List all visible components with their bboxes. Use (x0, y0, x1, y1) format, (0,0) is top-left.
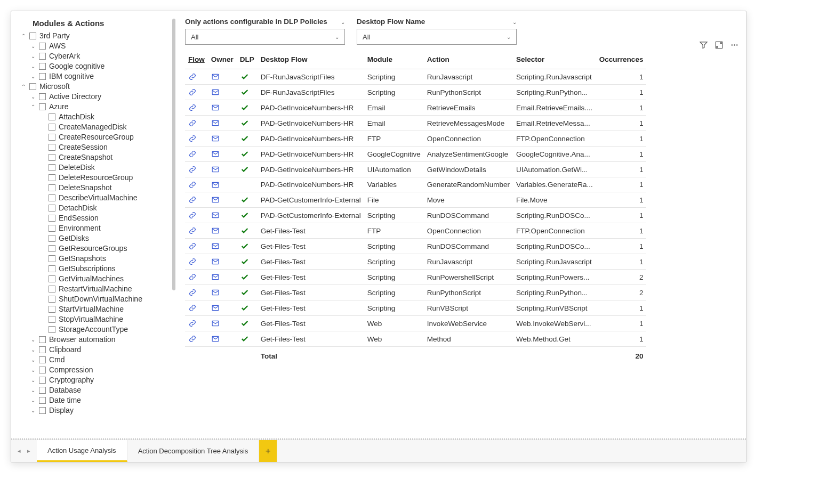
tree-node[interactable]: ⌄Google cognitive (18, 61, 172, 71)
table-row[interactable]: PAD-GetCustomerInfo-ExternalFileMoveFile… (185, 192, 646, 208)
checkbox[interactable] (39, 367, 46, 373)
tree-node[interactable]: RestartVirtualMachine (18, 284, 172, 294)
checkbox[interactable] (39, 43, 46, 50)
chevron-down-icon[interactable]: ⌄ (29, 407, 37, 414)
flow-link-icon[interactable] (185, 177, 208, 192)
checkbox[interactable] (49, 306, 55, 313)
owner-mail-icon[interactable] (208, 270, 237, 285)
table-row[interactable]: Get-Files-TestFTPOpenConnectionFTP.OpenC… (185, 223, 646, 239)
tree-node[interactable]: DeleteDisk (18, 162, 172, 173)
checkbox[interactable] (49, 113, 55, 120)
table-row[interactable]: Get-Files-TestScriptingRunJavascriptScri… (185, 254, 646, 270)
more-options-icon[interactable] (730, 41, 738, 49)
checkbox[interactable] (49, 326, 55, 333)
table-row[interactable]: Get-Files-TestWebInvokeWebServiceWeb.Inv… (185, 316, 646, 331)
tree-node[interactable]: CreateResourceGroup (18, 132, 172, 142)
filter-flowname-select[interactable]: All ⌄ (357, 29, 517, 45)
checkbox[interactable] (39, 63, 46, 70)
module-tree[interactable]: ⌃3rd Party⌄AWS⌄CyberArk⌄Google cognitive… (18, 31, 172, 416)
tree-node[interactable]: ⌄AWS (18, 41, 172, 51)
tree-node[interactable]: ⌄Date time (18, 395, 172, 405)
col-occurrences[interactable]: Occurrences (596, 51, 647, 69)
flow-link-icon[interactable] (185, 192, 208, 208)
col-flow[interactable]: Flow (185, 51, 208, 69)
owner-mail-icon[interactable] (208, 285, 237, 300)
tree-node[interactable]: Environment (18, 223, 172, 233)
checkbox[interactable] (49, 296, 55, 303)
col-desktop[interactable]: Desktop Flow (258, 51, 364, 69)
owner-mail-icon[interactable] (208, 254, 237, 270)
tree-node[interactable]: StopVirtualMachine (18, 314, 172, 324)
checkbox[interactable] (39, 103, 46, 110)
tree-node[interactable]: GetSnapshots (18, 254, 172, 264)
tree-node[interactable]: ⌄CyberArk (18, 51, 172, 61)
tab-add-button[interactable]: + (259, 440, 277, 462)
chevron-down-icon[interactable]: ⌄ (512, 19, 517, 25)
col-dlp[interactable]: DLP (237, 51, 258, 69)
tree-node[interactable]: DescribeVirtualMachine (18, 193, 172, 203)
flow-link-icon[interactable] (185, 331, 208, 347)
flow-link-icon[interactable] (185, 316, 208, 331)
checkbox[interactable] (39, 346, 46, 353)
checkbox[interactable] (49, 265, 55, 272)
owner-mail-icon[interactable] (208, 116, 237, 131)
checkbox[interactable] (49, 124, 55, 131)
checkbox[interactable] (49, 215, 55, 222)
tree-node[interactable]: AttachDisk (18, 112, 172, 122)
flow-link-icon[interactable] (185, 239, 208, 254)
flow-link-icon[interactable] (185, 208, 208, 223)
chevron-down-icon[interactable]: ⌄ (29, 387, 37, 394)
table-row[interactable]: PAD-GetInvoiceNumbers-HRVariablesGenerat… (185, 177, 646, 192)
flow-link-icon[interactable] (185, 300, 208, 316)
flow-link-icon[interactable] (185, 131, 208, 147)
tab-next-icon[interactable]: ▸ (24, 448, 34, 454)
checkbox[interactable] (49, 174, 55, 181)
checkbox[interactable] (39, 387, 46, 394)
tree-node[interactable]: DetachDisk (18, 203, 172, 213)
owner-mail-icon[interactable] (208, 239, 237, 254)
col-owner[interactable]: Owner (208, 51, 237, 69)
owner-mail-icon[interactable] (208, 331, 237, 347)
checkbox[interactable] (39, 93, 46, 100)
checkbox[interactable] (49, 245, 55, 252)
owner-mail-icon[interactable] (208, 192, 237, 208)
owner-mail-icon[interactable] (208, 85, 237, 100)
table-row[interactable]: DF-RunJavaScriptFilesScriptingRunPythonS… (185, 85, 646, 100)
chevron-down-icon[interactable]: ⌄ (29, 73, 37, 80)
chevron-down-icon[interactable]: ⌄ (29, 43, 37, 50)
tree-node[interactable]: CreateManagedDisk (18, 122, 172, 132)
tree-node[interactable]: ⌄Clipboard (18, 345, 172, 355)
tree-node[interactable]: ShutDownVirtualMachine (18, 294, 172, 304)
checkbox[interactable] (49, 286, 55, 292)
table-row[interactable]: Get-Files-TestWebMethodWeb.Method.Get1 (185, 331, 646, 347)
tree-node[interactable]: ⌄Browser automation (18, 335, 172, 345)
table-row[interactable]: PAD-GetInvoiceNumbers-HRUIAutomationGetW… (185, 162, 646, 177)
tree-node[interactable]: CreateSnapshot (18, 152, 172, 162)
chevron-up-icon[interactable]: ⌃ (20, 83, 27, 91)
flow-link-icon[interactable] (185, 69, 208, 85)
tree-node[interactable]: ⌄Cryptography (18, 375, 172, 385)
tree-node[interactable]: CreateSession (18, 142, 172, 152)
tree-node[interactable]: ⌄Active Directory (18, 92, 172, 102)
tab-prev-icon[interactable]: ◂ (14, 448, 24, 454)
tree-node[interactable]: DeleteResourceGroup (18, 173, 172, 183)
chevron-down-icon[interactable]: ⌄ (29, 63, 37, 70)
tree-node[interactable]: ⌃Microsoft (18, 82, 172, 92)
checkbox[interactable] (49, 255, 55, 262)
chevron-down-icon[interactable]: ⌄ (29, 397, 37, 404)
col-action[interactable]: Action (424, 51, 513, 69)
checkbox[interactable] (49, 316, 55, 323)
flow-link-icon[interactable] (185, 270, 208, 285)
checkbox[interactable] (49, 275, 55, 282)
owner-mail-icon[interactable] (208, 300, 237, 316)
filter-icon[interactable] (700, 41, 708, 49)
chevron-down-icon[interactable]: ⌄ (341, 19, 345, 25)
filter-dlp-select[interactable]: All ⌄ (185, 29, 345, 45)
chevron-up-icon[interactable]: ⌃ (29, 103, 37, 111)
checkbox[interactable] (49, 205, 55, 212)
owner-mail-icon[interactable] (208, 316, 237, 331)
tree-node[interactable]: ⌄Compression (18, 365, 172, 375)
checkbox[interactable] (49, 194, 55, 201)
chevron-down-icon[interactable]: ⌄ (29, 346, 37, 354)
flow-link-icon[interactable] (185, 85, 208, 100)
